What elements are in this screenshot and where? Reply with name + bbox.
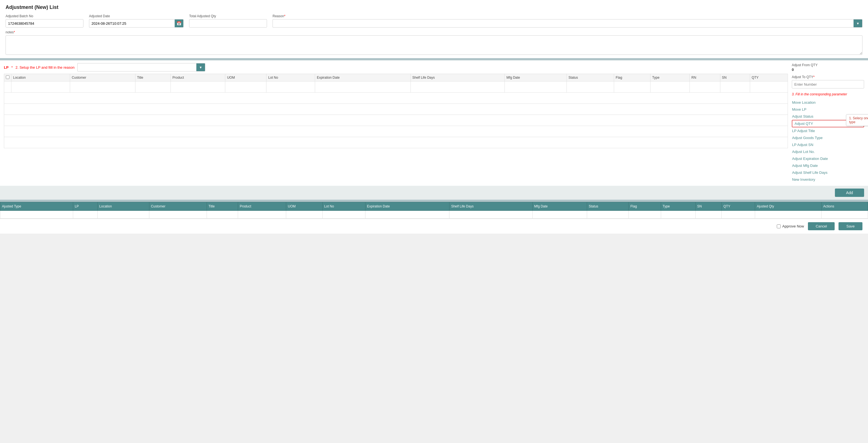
- col-status: Status: [566, 74, 614, 82]
- lp-select[interactable]: [77, 63, 196, 71]
- param-hint: 3. Fill in the corresponding parameter: [792, 92, 864, 96]
- approve-check: Approve Now: [777, 224, 804, 228]
- date-input[interactable]: [89, 19, 175, 28]
- divider-2: [0, 200, 868, 202]
- notes-field: notes*: [6, 30, 862, 55]
- action-move-location[interactable]: Move Location: [792, 99, 864, 106]
- reason-dropdown-btn[interactable]: ▾: [854, 19, 862, 28]
- row-product: [171, 82, 225, 93]
- bottom-table-body: [0, 211, 868, 219]
- add-button[interactable]: Add: [835, 189, 864, 197]
- action-adjust-mfg-date[interactable]: Adjust Mfg Date: [792, 162, 864, 169]
- row-rn: [690, 82, 720, 93]
- bcol-flag: Flag: [628, 202, 661, 211]
- qty-field: Total Adjusted Qty: [189, 14, 267, 28]
- left-panel: LP * 2. Setup the LP and filll in the re…: [4, 63, 788, 183]
- step1-annotation: 1. Selecy one adjustmenttype: [846, 114, 868, 126]
- save-button[interactable]: Save: [839, 222, 862, 230]
- approve-checkbox[interactable]: [777, 224, 781, 228]
- col-rn: RN: [690, 74, 720, 82]
- action-move-lp[interactable]: Move LP: [792, 106, 864, 113]
- col-flag: Flag: [614, 74, 650, 82]
- bcol-uom: UOM: [286, 202, 322, 211]
- bcol-mfg-date: Mfg Date: [532, 202, 587, 211]
- action-adjust-lot-no[interactable]: Adjust Lot No.: [792, 148, 864, 155]
- bcol-adjusted-type: Ajusted Type: [0, 202, 73, 211]
- bcol-sn: SN: [695, 202, 721, 211]
- right-panel: Adjust From QTY 0 Adjust To QTY* 3. Fill…: [792, 63, 864, 183]
- table-row: [4, 104, 788, 115]
- row-location: [11, 82, 70, 93]
- col-mfg-date: Mfg Date: [505, 74, 567, 82]
- bcol-expiration-date: Expiration Date: [365, 202, 450, 211]
- action-new-inventory[interactable]: New Inventory: [792, 176, 864, 183]
- table-row: [4, 115, 788, 126]
- row-customer: [70, 82, 135, 93]
- bottom-header-row: Ajusted Type LP Location Customer Title …: [0, 202, 868, 211]
- row-type: [651, 82, 690, 93]
- table-row: [4, 137, 788, 148]
- form-row-1: Adjusted Batch No Adjusted Date 📅 Total …: [6, 14, 862, 28]
- adjust-from-label: Adjust From QTY: [792, 63, 864, 67]
- bcol-location: Location: [97, 202, 149, 211]
- row-mfg-date: [505, 82, 567, 93]
- adjust-from: Adjust From QTY 0: [792, 63, 864, 72]
- add-btn-row: Add: [0, 186, 868, 200]
- grid-table: Location Customer Title Product UOM Lot …: [4, 74, 788, 148]
- batch-label: Adjusted Batch No: [6, 14, 84, 18]
- reason-label: Reason*: [273, 14, 862, 18]
- action-adjust-expiration-date[interactable]: Adjust Expiration Date: [792, 155, 864, 162]
- col-sn: SN: [720, 74, 750, 82]
- action-list: Move Location Move LP Adjust Status Adju…: [792, 99, 864, 183]
- qty-input[interactable]: [189, 19, 267, 28]
- col-customer: Customer: [70, 74, 135, 82]
- col-shelf-life-days: Shelf Life Days: [410, 74, 505, 82]
- table-body: [4, 82, 788, 148]
- date-wrapper: 📅: [89, 19, 184, 28]
- col-qty: QTY: [750, 74, 787, 82]
- cancel-button[interactable]: Cancel: [808, 222, 835, 230]
- lp-dropdown-btn[interactable]: ▾: [196, 63, 205, 71]
- batch-input[interactable]: [6, 19, 84, 28]
- col-product: Product: [171, 74, 225, 82]
- bottom-table-wrapper: Ajusted Type LP Location Customer Title …: [0, 202, 868, 219]
- select-all-checkbox[interactable]: [6, 75, 9, 79]
- bcol-qty: QTY: [722, 202, 755, 211]
- qty-label: Total Adjusted Qty: [189, 14, 267, 18]
- bcol-status: Status: [587, 202, 629, 211]
- bottom-section: Ajusted Type LP Location Customer Title …: [0, 202, 868, 219]
- reason-wrapper: ▾: [273, 19, 862, 28]
- col-title: Title: [135, 74, 170, 82]
- action-list-container: Move Location Move LP Adjust Status Adju…: [792, 99, 864, 183]
- adjust-to: Adjust To QTY*: [792, 75, 864, 89]
- row-title: [135, 82, 170, 93]
- col-location: Location: [11, 74, 70, 82]
- col-expiration-date: Expiration Date: [315, 74, 410, 82]
- table-header-row: Location Customer Title Product UOM Lot …: [4, 74, 788, 82]
- adjust-from-value: 0: [792, 68, 864, 72]
- action-lp-adjust-title[interactable]: LP Adjust Title: [792, 127, 864, 134]
- col-type: Type: [651, 74, 690, 82]
- bcol-type: Type: [661, 202, 695, 211]
- reason-field: Reason* ▾: [273, 14, 862, 28]
- bcol-lp: LP: [73, 202, 97, 211]
- col-uom: UOM: [225, 74, 267, 82]
- bcol-customer: Customer: [149, 202, 207, 211]
- bcol-title: Title: [207, 202, 238, 211]
- calendar-btn[interactable]: 📅: [175, 19, 184, 28]
- approve-label: Approve Now: [782, 224, 804, 228]
- action-adjust-shelf-life-days[interactable]: Adjust Shelf Life Days: [792, 169, 864, 176]
- bcol-adjusted-qty: Ajusted Qty: [755, 202, 822, 211]
- table-row: [4, 82, 788, 93]
- action-lp-adjust-sn[interactable]: LP Adjust SN: [792, 141, 864, 148]
- row-lot-no: [267, 82, 315, 93]
- reason-input[interactable]: [273, 19, 854, 28]
- row-exp-date: [315, 82, 410, 93]
- date-field: Adjusted Date 📅: [89, 14, 184, 28]
- adjust-to-input[interactable]: [792, 80, 864, 89]
- notes-textarea[interactable]: [6, 35, 862, 55]
- divider-1: [0, 58, 868, 60]
- top-section: Adjustment (New) List Adjusted Batch No …: [0, 0, 868, 58]
- action-adjust-goods-type[interactable]: Adjust Goods Type: [792, 134, 864, 141]
- row-checkbox-cell: [4, 82, 11, 93]
